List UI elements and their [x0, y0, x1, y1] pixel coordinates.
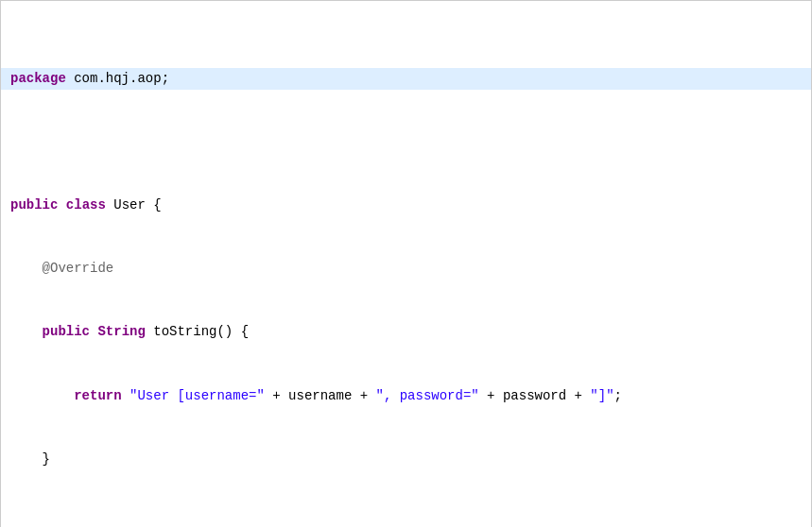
line-4: @Override [1, 258, 811, 279]
line-8 [1, 512, 811, 527]
line-6: return "User [username=" + username + ",… [1, 385, 811, 406]
code-content: package com.hqj.aop; public class User {… [1, 1, 811, 527]
code-editor[interactable]: package com.hqj.aop; public class User {… [0, 0, 812, 527]
line-2 [1, 131, 811, 152]
line-1: package com.hqj.aop; [1, 68, 811, 89]
line-7: } [1, 449, 811, 469]
line-5: public String toString() { [1, 321, 811, 342]
line-3: public class User { [1, 195, 811, 215]
